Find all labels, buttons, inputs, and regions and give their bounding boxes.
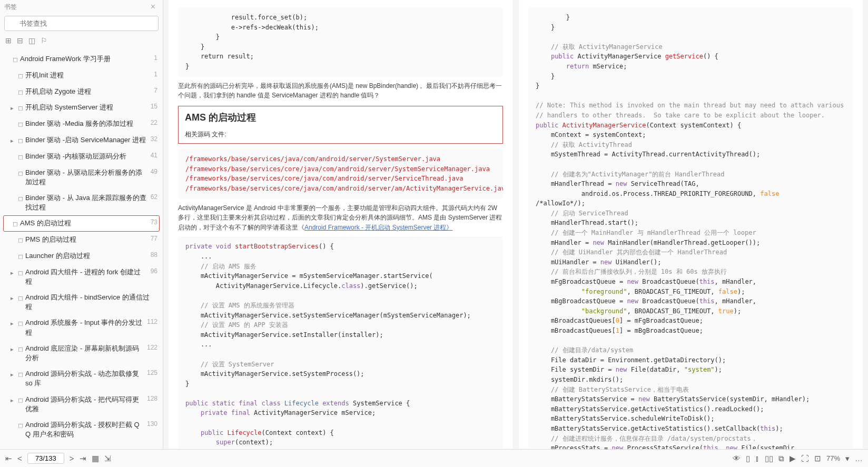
single-page-icon[interactable]: ▯ — [746, 454, 750, 463]
sidebar-item-6[interactable]: ◻Binder 驱动 -内核驱动层源码分析41 — [3, 148, 160, 165]
page-number: 1 — [154, 54, 157, 62]
sidebar-item-label: Android 源码分析实战 - 授权时拦截 QQ 用户名和密码 — [25, 420, 144, 439]
sidebar-item-label: Binder 驱动 - 从 Java 层来跟踪服务的查找过程 — [25, 193, 147, 212]
sidebar-item-12[interactable]: ▸◻Android 四大组件 - 进程的 fork 创建过程96 — [3, 264, 160, 290]
sidebar-item-15[interactable]: ▸◻Android 底层渲染 - 屏幕刷新机制源码分析122 — [3, 341, 160, 366]
sidebar-item-16[interactable]: ▸◻Android 源码分析实战 - 动态加载修复 so 库125 — [3, 366, 160, 391]
fullscreen-icon[interactable]: ⛶ — [801, 454, 809, 463]
page-number: 88 — [151, 251, 157, 259]
chevron-icon[interactable]: ▸ — [11, 294, 16, 302]
chevron-icon[interactable]: ▸ — [11, 345, 16, 353]
two-page-icon[interactable]: ▯▯ — [765, 454, 773, 463]
sidebar-item-label: AMS 的启动过程 — [20, 218, 71, 228]
page-number: 73 — [151, 218, 157, 226]
zoom-dropdown-icon[interactable]: ▾ — [845, 454, 850, 463]
chevron-icon[interactable]: ▸ — [11, 371, 16, 379]
code-block: } } // 获取 ActivityManagerService public … — [528, 7, 853, 449]
page-number: 77 — [151, 235, 157, 242]
sidebar-item-label: Android 四大组件 - 进程的 fork 创建过程 — [25, 267, 147, 286]
sidebar-item-4[interactable]: ◻Binder 驱动 -Media 服务的添加过程22 — [3, 116, 160, 132]
sidebar-item-1[interactable]: ◻开机Init 进程1 — [3, 67, 160, 84]
bookmark-icon: ◻ — [18, 104, 23, 113]
sidebar-item-9[interactable]: ◻AMS 的启动过程73 — [3, 215, 160, 232]
close-icon[interactable]: × — [147, 2, 159, 12]
page-number: 22 — [151, 119, 157, 126]
sidebar-item-label: Android 底层渲染 - 屏幕刷新机制源码分析 — [25, 344, 144, 363]
bookmark-icon: ◻ — [13, 55, 18, 64]
bookmark-icon: ◻ — [18, 153, 23, 162]
export-icon[interactable]: ⇲ — [104, 454, 111, 463]
bookmark-icon: ◻ — [18, 252, 23, 261]
bookmark-icon: ◻ — [18, 319, 23, 328]
last-page-icon[interactable]: ⇥ — [80, 454, 86, 463]
sidebar-item-label: Binder 驱动 -内核驱动层源码分析 — [25, 152, 126, 161]
sidebar-item-label: Android 系统服务 - Input 事件的分发过程 — [25, 318, 144, 337]
sidebar-item-10[interactable]: ◻PMS 的启动过程77 — [3, 232, 160, 248]
bookmark-icon: ◻ — [18, 169, 23, 178]
bookmark-icon: ◻ — [18, 236, 23, 245]
sidebar-item-label: 开机启动 Zygote 进程 — [25, 87, 91, 96]
page-input[interactable] — [27, 453, 64, 464]
sidebar-item-11[interactable]: ◻Launcher 的启动过程88 — [3, 248, 160, 264]
sidebar-item-8[interactable]: ◻Binder 驱动 - 从 Java 层来跟踪服务的查找过程62 — [3, 190, 160, 215]
sidebar-item-label: 开机启动 SystemServer 进程 — [25, 103, 113, 112]
page-number: 130 — [147, 420, 157, 428]
cross-link[interactable]: Android Framework - 开机启动 SystemServer 进程… — [304, 224, 452, 231]
page-left: result.force_set(b); e->refs->decWeak(th… — [169, 0, 512, 449]
sidebar-item-17[interactable]: ▸◻Android 源码分析实战 - 把代码写得更优雅128 — [3, 392, 160, 417]
play-icon[interactable]: ▶ — [790, 454, 796, 463]
page-number: 41 — [151, 152, 157, 159]
page-right: } } // 获取 ActivityManagerService public … — [519, 0, 863, 449]
sidebar-item-14[interactable]: ▸◻Android 系统服务 - Input 事件的分发过程112 — [3, 315, 160, 340]
page-number: 15 — [151, 103, 157, 110]
bookmark-icon: ◻ — [18, 396, 23, 405]
bookmark-icon[interactable]: ◫ — [28, 36, 35, 45]
bookmark-icon: ◻ — [18, 269, 23, 277]
chevron-icon[interactable]: ▸ — [11, 269, 16, 277]
collapse-icon[interactable]: ⊟ — [17, 36, 23, 45]
zoom-label[interactable]: 77% — [826, 454, 840, 462]
sidebar-item-label: Android 源码分析实战 - 把代码写得更优雅 — [25, 395, 144, 414]
layout-icon[interactable]: ▦ — [92, 454, 99, 463]
sidebar-item-0[interactable]: ◻Android FrameWork 学习手册1 — [3, 51, 160, 67]
code-block: private void startBootstrapServices() { … — [178, 236, 503, 449]
page-number: 125 — [147, 369, 157, 376]
chevron-icon[interactable]: ▸ — [11, 104, 16, 112]
book-icon[interactable]: ⧉ — [778, 454, 784, 463]
first-page-icon[interactable]: ⇤ — [5, 454, 12, 463]
page-number: 62 — [151, 193, 157, 201]
bookmark-icon: ◻ — [18, 194, 23, 203]
sidebar-item-label: PMS 的启动过程 — [25, 235, 76, 244]
scroll-icon[interactable]: ⫿ — [755, 454, 760, 463]
body-text: ActivityManagerService 是 Android 中非常重要的一… — [178, 203, 503, 233]
prev-page-icon[interactable]: < — [17, 454, 22, 463]
sidebar-item-label: Binder 驱动 - 从驱动层来分析服务的添加过程 — [25, 168, 147, 187]
view-icon[interactable]: 👁 — [733, 454, 741, 463]
page-number: 128 — [147, 395, 157, 402]
sidebar-item-3[interactable]: ▸◻开机启动 SystemServer 进程15 — [3, 100, 160, 116]
search-input[interactable] — [4, 16, 159, 31]
sidebar-item-label: Binder 驱动 -Media 服务的添加过程 — [25, 119, 133, 128]
sidebar-item-2[interactable]: ◻开机启动 Zygote 进程7 — [3, 84, 160, 100]
chevron-icon[interactable]: ▸ — [11, 396, 16, 404]
page-number: 112 — [147, 318, 157, 325]
sidebar-item-5[interactable]: ▸◻Binder 驱动 -启动 ServiceManager 进程32 — [3, 132, 160, 148]
bookmark-icon: ◻ — [18, 120, 23, 129]
page-number: 96 — [151, 267, 157, 275]
sidebar-item-13[interactable]: ▸◻Android 四大组件 - bindService 的通信过程 — [3, 290, 160, 315]
next-page-icon[interactable]: > — [70, 454, 74, 463]
chevron-icon[interactable]: ▸ — [11, 137, 16, 145]
more-icon[interactable]: … — [855, 454, 863, 463]
bookmark-icon: ◻ — [18, 72, 23, 81]
sidebar-item-18[interactable]: ◻Android 源码分析实战 - 授权时拦截 QQ 用户名和密码130 — [3, 417, 160, 442]
bookmark-toolbar: ⊞ ⊟ ◫ ⚐ — [0, 35, 163, 50]
sidebar-item-label: Android 源码分析实战 - 动态加载修复 so 库 — [25, 369, 144, 388]
bookmark2-icon[interactable]: ⚐ — [41, 36, 47, 45]
sidebar-item-7[interactable]: ◻Binder 驱动 - 从驱动层来分析服务的添加过程49 — [3, 165, 160, 190]
page-number: 7 — [154, 87, 157, 94]
chevron-icon[interactable]: ▸ — [11, 320, 16, 327]
add-icon[interactable]: ⊞ — [5, 36, 12, 45]
bookmark-icon: ◻ — [18, 136, 23, 145]
fit-icon[interactable]: ⊡ — [814, 454, 821, 463]
status-bar: ⇤ < > ⇥ ▦ ⇲ 👁 ▯ ⫿ ▯▯ ⧉ ▶ ⛶ ⊡ 77% ▾ … — [0, 449, 868, 467]
